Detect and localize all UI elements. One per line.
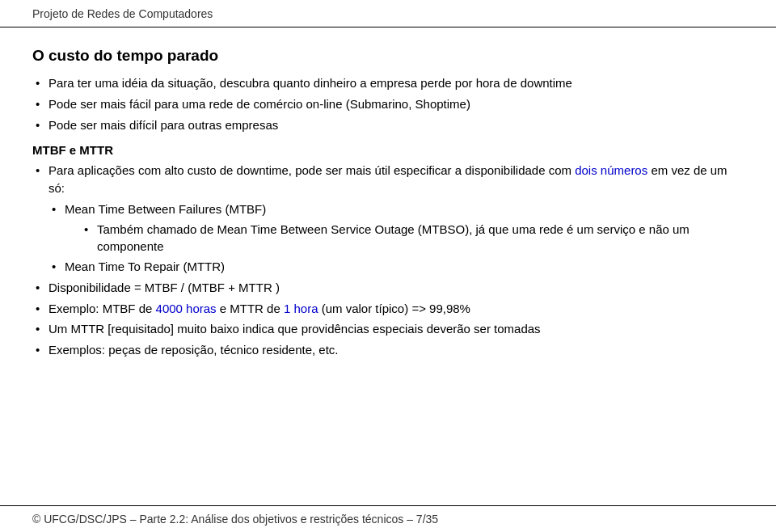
intro-bullets: Para ter uma idéia da situação, descubra… [32,74,744,133]
highlight-4000: 4000 horas [156,302,217,315]
list-item: Para ter uma idéia da situação, descubra… [32,74,744,92]
sub-list-mtbf: Mean Time Between Failures (MTBF) Também… [48,201,744,276]
list-item: Pode ser mais fácil para uma rede de com… [32,95,744,113]
highlight-1hora: 1 hora [284,302,318,315]
list-item: Mean Time Between Failures (MTBF) Também… [48,201,744,255]
header: Projeto de Redes de Computadores [0,0,776,27]
mtbf-section: MTBF e MTTR Para aplicações com alto cus… [32,143,744,359]
mtbf-bullets: Para aplicações com alto custo de downti… [32,162,744,359]
list-item-exemplos: Exemplos: peças de reposição, técnico re… [32,341,744,359]
sub-sub-list-mtbso: Também chamado de Mean Time Between Serv… [81,221,744,256]
list-item-mttr-baixo: Um MTTR [requisitado] muito baixo indica… [32,320,744,338]
mtbf-heading: MTBF e MTTR [32,143,744,157]
list-item: Mean Time To Repair (MTTR) [48,258,744,276]
main-content: O custo do tempo parado Para ter uma idé… [0,27,776,505]
footer: © UFCG/DSC/JPS – Parte 2.2: Análise dos … [0,505,776,532]
header-title: Projeto de Redes de Computadores [32,7,213,20]
page-container: Projeto de Redes de Computadores O custo… [0,0,776,532]
footer-text: © UFCG/DSC/JPS – Parte 2.2: Análise dos … [32,513,438,526]
list-item-disponibilidade: Disponibilidade = MTBF / (MTBF + MTTR ) [32,279,744,297]
highlight-dois-numeros: dois números [575,163,647,177]
list-item: Também chamado de Mean Time Between Serv… [81,221,744,256]
page-title: O custo do tempo parado [32,47,744,65]
list-item: Pode ser mais difícil para outras empres… [32,116,744,134]
list-item: Para aplicações com alto custo de downti… [32,162,744,276]
list-item-exemplo: Exemplo: MTBF de 4000 horas e MTTR de 1 … [32,300,744,318]
